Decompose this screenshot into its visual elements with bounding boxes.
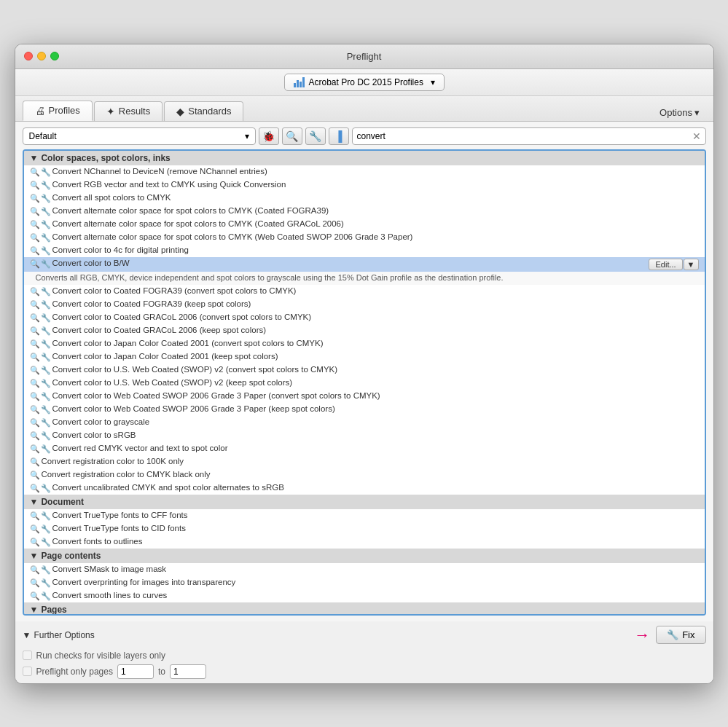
list-item[interactable]: 🔍 Convert registration color to CMYK bla… <box>24 468 705 482</box>
wrench-item-icon: 🔧 <box>41 259 51 269</box>
list-item[interactable]: 🔍🔧 Convert color to Coated GRACoL 2006 (… <box>24 311 705 324</box>
list-item[interactable]: 🔍🔧 Convert fonts to outlines <box>24 535 705 549</box>
list-item[interactable]: 🔍🔧 Convert alternate color space for spo… <box>24 218 705 231</box>
search-item-icon: 🔍 <box>30 168 40 177</box>
wrench-item-icon: 🔧 <box>41 339 51 349</box>
item-text: Convert SMask to image mask <box>52 565 167 573</box>
item-text: Convert overprinting for images into tra… <box>52 578 236 586</box>
minimize-button[interactable] <box>37 52 46 60</box>
item-text: Convert TrueType fonts to CID fonts <box>52 524 186 533</box>
preset-dropdown[interactable]: Default ▾ <box>23 127 256 145</box>
search-item-icon: 🔍 <box>30 592 40 601</box>
list-item-selected[interactable]: → 🔍🔧 Convert color to B/W Edit... ▼ <box>24 257 705 272</box>
list-item[interactable]: 🔍🔧 Convert color to Web Coated SWOP 2006… <box>24 390 705 403</box>
profiles-icon: 🖨 <box>35 105 45 117</box>
wrench-item-icon: 🔧 <box>41 194 51 203</box>
search-item-icon: 🔍 <box>30 366 40 375</box>
wrench-item-icon: 🔧 <box>41 392 51 401</box>
preflight-window: Preflight Acrobat Pro DC 2015 Profiles ▾… <box>15 44 714 684</box>
search-button[interactable]: 🔍 <box>282 127 302 145</box>
search-item-icon: 🔍 <box>30 181 40 190</box>
item-text: Convert RGB vector and text to CMYK usin… <box>52 180 286 189</box>
preflight-pages-checkbox[interactable] <box>23 667 32 676</box>
item-text: Convert registration color to 100K only <box>42 457 184 465</box>
item-text: Convert all spot colors to CMYK <box>52 193 171 202</box>
fix-button[interactable]: 🔧 Fix <box>656 626 705 644</box>
new-profile-button[interactable]: 🐞 <box>259 127 279 145</box>
maximize-button[interactable] <box>50 52 59 60</box>
section-document: ▼ Document <box>24 495 705 509</box>
list-item[interactable]: 🔍🔧 Convert color to Japan Color Coated 2… <box>24 350 705 364</box>
item-text: Convert TrueType fonts to CFF fonts <box>52 511 188 519</box>
search-field-container: ✕ <box>352 127 706 145</box>
list-item[interactable]: 🔍🔧 Convert uncalibrated CMYK and spot co… <box>24 482 705 495</box>
preflight-pages-label: Preflight only pages <box>36 667 113 677</box>
list-item[interactable]: 🔍🔧 Convert color to Coated FOGRA39 (keep… <box>24 298 705 311</box>
list-item[interactable]: 🔍🔧 Convert RGB vector and text to CMYK u… <box>24 178 705 192</box>
list-item[interactable]: 🔍🔧 Convert red CMYK vector and text to s… <box>24 442 705 455</box>
list-item[interactable]: 🔍🔧 Convert color to Web Coated SWOP 2006… <box>24 403 705 416</box>
list-item[interactable]: 🔍🔧 Convert color to 4c for digital print… <box>24 244 705 257</box>
list-item[interactable]: 🔍🔧 Convert overprinting for images into … <box>24 576 705 589</box>
list-item[interactable]: 🔍🔧 Convert TrueType fonts to CID fonts <box>24 522 705 535</box>
tab-profiles[interactable]: 🖨 Profiles <box>23 101 93 121</box>
list-item[interactable]: 🔍 Convert registration color to 100K onl… <box>24 455 705 468</box>
list-item[interactable]: 🔍🔧 Convert smooth lines to curves <box>24 589 705 602</box>
list-item[interactable]: 🔍🔧 Convert alternate color space for spo… <box>24 231 705 244</box>
chart-button[interactable]: ▐ <box>329 127 349 145</box>
section-pages-title: Pages <box>41 605 66 615</box>
close-button[interactable] <box>24 52 33 60</box>
list-item[interactable]: 🔍🔧 Convert color to Japan Color Coated 2… <box>24 337 705 350</box>
list-item[interactable]: 🔍🔧 Convert TrueType fonts to CFF fonts <box>24 509 705 522</box>
search-item-icon: 🔍 <box>30 207 40 216</box>
wrench-item-icon: 🔧 <box>41 287 51 296</box>
tab-results[interactable]: ✦ Results <box>94 101 163 121</box>
list-item[interactable]: 🔍🔧 Convert all spot colors to CMYK <box>24 192 705 205</box>
profiles-list[interactable]: ▼ Color spaces, spot colors, inks 🔍🔧 Con… <box>23 149 706 616</box>
further-options-toggle[interactable]: ▼ Further Options <box>23 630 95 640</box>
profile-dropdown[interactable]: Acrobat Pro DC 2015 Profiles ▾ <box>284 74 445 91</box>
list-item[interactable]: 🔍🔧 Convert color to grayscale <box>24 416 705 429</box>
list-item[interactable]: 🔍🔧 Convert alternate color space for spo… <box>24 205 705 218</box>
edit-arrow-button[interactable]: ▼ <box>684 259 699 270</box>
further-options-label: Further Options <box>34 630 94 640</box>
search-item-icon: 🔍 <box>30 471 40 480</box>
item-text: Convert color to Coated GRACoL 2006 (kee… <box>52 326 267 334</box>
options-button[interactable]: Options ▾ <box>654 104 705 121</box>
search-item-icon: 🔍 <box>30 313 40 323</box>
list-item[interactable]: 🔍🔧 Convert color to Coated FOGRA39 (conv… <box>24 285 705 298</box>
titlebar: Preflight <box>15 44 713 69</box>
wrench-item-icon: 🔧 <box>41 418 51 428</box>
chevron-down-icon: ▾ <box>431 77 435 87</box>
search-item-icon: 🔍 <box>30 578 40 588</box>
list-item[interactable]: 🔍🔧 Convert color to sRGB <box>24 429 705 442</box>
list-item[interactable]: 🔍🔧 Convert NChannel to DeviceN (remove N… <box>24 165 705 178</box>
wrench-item-icon: 🔧 <box>41 326 51 336</box>
item-text: Convert color to Web Coated SWOP 2006 Gr… <box>52 391 380 400</box>
section-triangle: ▼ <box>30 551 39 561</box>
wrench-icon: 🔧 <box>309 130 321 142</box>
clear-search-button[interactable]: ✕ <box>692 131 701 141</box>
item-text: Convert color to sRGB <box>52 431 136 439</box>
run-checks-checkbox[interactable] <box>23 651 32 660</box>
wrench-item-icon: 🔧 <box>41 511 51 521</box>
item-text: Convert uncalibrated CMYK and spot color… <box>52 483 284 492</box>
settings-button[interactable]: 🔧 <box>305 127 326 145</box>
list-item-description: Converts all RGB, CMYK, device independe… <box>24 272 705 285</box>
search-input[interactable] <box>357 131 689 141</box>
search-item-icon: 🔍 <box>30 565 40 575</box>
list-item[interactable]: 🔍🔧 Convert color to Coated GRACoL 2006 (… <box>24 324 705 337</box>
item-text: Convert red CMYK vector and text to spot… <box>52 444 228 452</box>
pages-from-input[interactable] <box>117 664 154 679</box>
item-text: Convert fonts to outlines <box>52 537 143 546</box>
search-item-icon: 🔍 <box>30 392 40 401</box>
tab-standards[interactable]: ◆ Standards <box>164 101 243 121</box>
list-item[interactable]: 🔍🔧 Convert color to U.S. Web Coated (SWO… <box>24 377 705 390</box>
further-options: ▼ Further Options → 🔧 Fix <box>23 626 706 645</box>
pages-to-input[interactable] <box>170 664 206 679</box>
tab-results-label: Results <box>119 106 150 117</box>
fix-arrow-icon: → <box>634 626 650 645</box>
list-item[interactable]: 🔍🔧 Convert color to U.S. Web Coated (SWO… <box>24 364 705 377</box>
list-item[interactable]: 🔍🔧 Convert SMask to image mask <box>24 563 705 576</box>
edit-button[interactable]: Edit... <box>649 259 682 270</box>
